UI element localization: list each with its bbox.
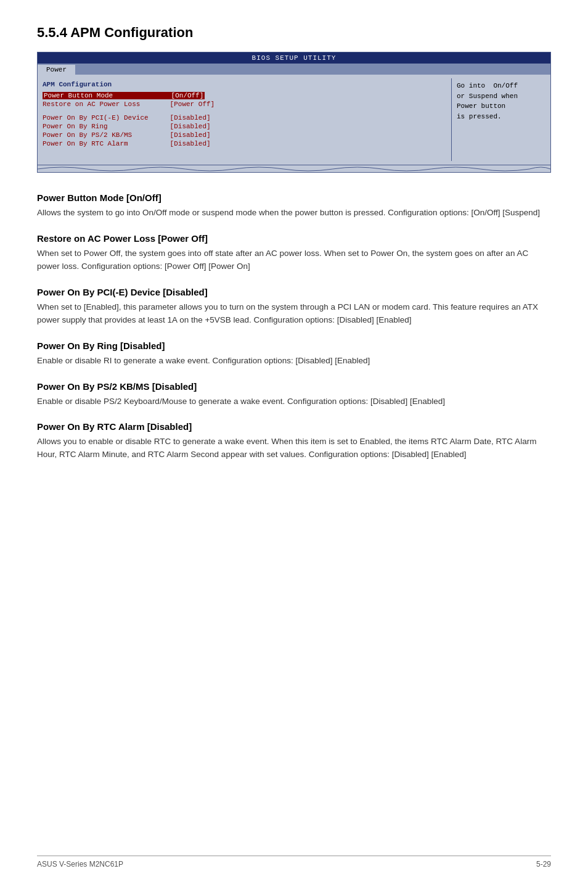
bios-tabs: Power: [38, 64, 550, 75]
bios-row-power-button: Power Button Mode [On/Off]: [43, 92, 446, 99]
footer-right: 5-29: [536, 860, 551, 868]
bios-value-ps2: [Disabled]: [166, 131, 211, 139]
section-heading-power-button-mode: Power Button Mode [On/Off]: [37, 192, 551, 203]
bios-sidebar: Go into On/Offor Suspend whenPower butto…: [452, 78, 550, 161]
bios-row-restore-ac: Restore on AC Power Loss [Power Off]: [43, 101, 446, 108]
bios-label-restore-ac: Restore on AC Power Loss: [43, 101, 166, 108]
section-heading-power-on-rtc: Power On By RTC Alarm [Disabled]: [37, 421, 551, 432]
bios-body: APM Configuration Power Button Mode [On/…: [38, 75, 550, 165]
section-text-power-on-rtc: Allows you to enable or disable RTC to g…: [37, 435, 551, 461]
section-restore-ac-power-loss: Restore on AC Power Loss [Power Off]When…: [37, 233, 551, 273]
bios-screenshot: BIOS SETUP UTILITY Power APM Configurati…: [37, 52, 551, 173]
section-heading-power-on-pci: Power On By PCI(-E) Device [Disabled]: [37, 287, 551, 297]
bios-wavy-decoration: [38, 165, 550, 172]
bios-row-ring: Power On By Ring [Disabled]: [43, 123, 446, 130]
bios-tab-power: Power: [38, 65, 75, 75]
footer-left: ASUS V-Series M2NC61P: [37, 860, 123, 868]
page-title: 5.5.4 APM Configuration: [37, 25, 551, 41]
section-text-restore-ac-power-loss: When set to Power Off, the system goes i…: [37, 247, 551, 273]
section-power-on-ps2: Power On By PS/2 KB/MS [Disabled]Enable …: [37, 381, 551, 408]
bios-label-power-button: Power Button Mode: [43, 92, 166, 99]
bios-value-rtc: [Disabled]: [166, 140, 211, 147]
bios-main-panel: APM Configuration Power Button Mode [On/…: [38, 78, 452, 161]
section-heading-power-on-ps2: Power On By PS/2 KB/MS [Disabled]: [37, 381, 551, 392]
bios-section-title: APM Configuration: [43, 81, 446, 88]
bios-value-pci: [Disabled]: [166, 114, 211, 122]
section-text-power-on-pci: When set to [Enabled], this parameter al…: [37, 301, 551, 327]
page-footer: ASUS V-Series M2NC61P 5-29: [37, 856, 551, 868]
bios-value-power-button: [On/Off]: [166, 92, 205, 99]
bios-label-pci: Power On By PCI(-E) Device: [43, 114, 166, 122]
bios-label-ring: Power On By Ring: [43, 123, 166, 130]
section-power-on-rtc: Power On By RTC Alarm [Disabled]Allows y…: [37, 421, 551, 461]
section-power-on-ring: Power On By Ring [Disabled]Enable or dis…: [37, 340, 551, 368]
section-power-button-mode: Power Button Mode [On/Off]Allows the sys…: [37, 192, 551, 220]
bios-row-rtc: Power On By RTC Alarm [Disabled]: [43, 140, 446, 147]
section-text-power-on-ring: Enable or disable RI to generate a wake …: [37, 355, 551, 368]
bios-label-rtc: Power On By RTC Alarm: [43, 140, 166, 147]
bios-label-ps2: Power On By PS/2 KB/MS: [43, 131, 166, 139]
section-heading-restore-ac-power-loss: Restore on AC Power Loss [Power Off]: [37, 233, 551, 244]
bios-row-pci: Power On By PCI(-E) Device [Disabled]: [43, 114, 446, 122]
bios-value-ring: [Disabled]: [166, 123, 211, 130]
bios-value-restore-ac: [Power Off]: [166, 101, 214, 108]
section-text-power-on-ps2: Enable or disable PS/2 Keyboard/Mouse to…: [37, 395, 551, 408]
section-heading-power-on-ring: Power On By Ring [Disabled]: [37, 340, 551, 351]
bios-header: BIOS SETUP UTILITY: [38, 52, 550, 64]
bios-row-ps2: Power On By PS/2 KB/MS [Disabled]: [43, 131, 446, 139]
section-text-power-button-mode: Allows the system to go into On/Off mode…: [37, 207, 551, 220]
sections-container: Power Button Mode [On/Off]Allows the sys…: [37, 192, 551, 461]
section-power-on-pci: Power On By PCI(-E) Device [Disabled]Whe…: [37, 287, 551, 327]
